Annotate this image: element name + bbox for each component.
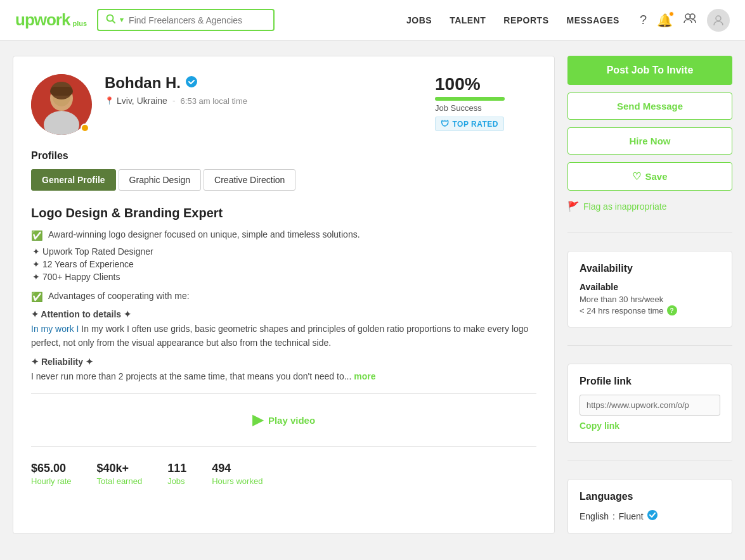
bullet-2: ✦ 12 Years of Experience [31, 259, 536, 269]
bio-title: Logo Design & Branding Expert [31, 206, 536, 220]
profile-header: Bohdan H. 📍 Lviv, Ukraine - 6:53 am loca… [31, 74, 536, 135]
profiles-heading: Profiles [31, 150, 536, 162]
flag-row[interactable]: 🚩 Flag as inappropriate [567, 198, 732, 215]
job-success-fill [435, 97, 505, 101]
bio-item-2: ✅ Advantages of cooperating with me: [31, 291, 536, 303]
stat-hours: 494 Hours worked [212, 462, 262, 486]
search-input[interactable] [129, 15, 266, 25]
profile-link-input[interactable] [580, 395, 720, 416]
bio-more-link[interactable]: more [354, 371, 375, 381]
bio-item-1: ✅ Award-winning logo designer focused on… [31, 229, 536, 241]
language-name: English [580, 511, 609, 521]
save-button[interactable]: ♡ Save [567, 162, 732, 191]
stat-earned-label: Total earned [97, 476, 143, 486]
bullet-3: ✦ 700+ Happy Clients [31, 272, 536, 282]
bio-text-2: Advantages of cooperating with me: [48, 291, 190, 301]
languages-title: Languages [580, 491, 720, 502]
language-verified-icon [647, 510, 658, 522]
search-dropdown-arrow[interactable]: ▾ [120, 16, 124, 24]
profiles-section: Profiles General Profile Graphic Design … [31, 150, 536, 191]
online-indicator [81, 124, 89, 132]
language-level: Fluent [619, 511, 644, 521]
main-card: Bohdan H. 📍 Lviv, Ukraine - 6:53 am loca… [13, 56, 555, 534]
stat-hours-label: Hours worked [212, 476, 262, 486]
bio-paragraph-1-rest: In my work I often use grids, basic geom… [31, 324, 528, 348]
page-container: Bohdan H. 📍 Lviv, Ukraine - 6:53 am loca… [0, 56, 745, 534]
availability-response: < 24 hrs response time ? [580, 305, 720, 315]
check-icon-2: ✅ [31, 291, 43, 303]
availability-title: Availability [580, 263, 720, 274]
stat-total-earned: $40k+ Total earned [97, 462, 143, 486]
subheading-2: ✦ Reliability ✦ [31, 357, 536, 367]
profile-location: 📍 Lviv, Ukraine - 6:53 am local time [105, 96, 422, 106]
language-separator: : [612, 511, 615, 521]
availability-card: Availability Available More than 30 hrs/… [567, 251, 732, 328]
subheading-1: ✦ Attention to details ✦ [31, 309, 536, 319]
top-rated-text: TOP RATED [453, 120, 499, 129]
help-icon[interactable]: ? [667, 305, 677, 315]
name-row: Bohdan H. [105, 74, 422, 92]
tab-graphic-design[interactable]: Graphic Design [119, 169, 202, 191]
hire-now-button[interactable]: Hire Now [567, 127, 732, 155]
profile-info: Bohdan H. 📍 Lviv, Ukraine - 6:53 am loca… [105, 74, 422, 107]
tab-general-profile[interactable]: General Profile [31, 169, 116, 191]
user-avatar[interactable] [707, 9, 730, 32]
stats-row: $65.00 Hourly rate $40k+ Total earned 11… [31, 457, 536, 486]
send-message-button[interactable]: Send Message [567, 92, 732, 120]
verified-icon [186, 76, 197, 91]
stat-jobs-value: 111 [167, 462, 186, 475]
profile-link-card: Profile link Copy link [567, 364, 732, 443]
stat-hours-value: 494 [212, 462, 262, 475]
bio-paragraph-2-text: I never run more than 2 projects at the … [31, 371, 351, 381]
nav-links: JOBS TALENT REPORTS MESSAGES [406, 15, 619, 25]
logo-plus: plus [72, 20, 87, 27]
play-video-row[interactable]: ▶ Play video [31, 404, 536, 436]
flag-label: Flag as inappropriate [583, 201, 667, 212]
nav-jobs[interactable]: JOBS [406, 15, 432, 25]
sidebar: Post Job To Invite Send Message Hire Now… [567, 56, 732, 534]
svg-line-1 [113, 21, 115, 23]
copy-link-button[interactable]: Copy link [580, 421, 619, 431]
tab-creative-direction[interactable]: Creative Direction [204, 169, 295, 191]
divider-2 [31, 446, 536, 447]
profile-link-title: Profile link [580, 376, 720, 387]
svg-point-4 [716, 16, 721, 21]
team-button[interactable] [683, 11, 697, 29]
bullet-list: ✦ Upwork Top Rated Designer ✦ 12 Years o… [31, 246, 536, 282]
svg-point-12 [186, 76, 197, 87]
avatar-wrapper [31, 74, 92, 135]
bio-paragraph-1: In my work I In my work I often use grid… [31, 322, 536, 350]
availability-hours: More than 30 hrs/week [580, 295, 720, 304]
location-text: Lviv, Ukraine [117, 96, 167, 106]
sidebar-divider-3 [567, 461, 732, 461]
response-time-text: < 24 hrs response time [580, 306, 664, 315]
location-icon: 📍 [105, 96, 114, 105]
notifications-button[interactable]: 🔔 [657, 13, 673, 28]
navbar: upwork plus ▾ JOBS TALENT REPORTS MESSAG… [0, 0, 745, 41]
bio-link-1[interactable]: In my work I [31, 324, 79, 334]
top-rated-badge: 🛡 TOP RATED [435, 117, 504, 131]
sidebar-divider-2 [567, 345, 732, 346]
play-icon: ▶ [252, 412, 263, 428]
stat-jobs: 111 Jobs [167, 462, 186, 486]
nav-icons: ? 🔔 [640, 9, 730, 32]
nav-talent[interactable]: TALENT [450, 15, 486, 25]
search-bar[interactable]: ▾ [97, 9, 275, 31]
svg-point-13 [647, 510, 658, 520]
local-time: 6:53 am local time [181, 96, 248, 106]
shield-icon: 🛡 [441, 119, 450, 129]
nav-reports[interactable]: REPORTS [503, 15, 548, 25]
sidebar-divider-1 [567, 232, 732, 233]
post-job-button[interactable]: Post Job To Invite [567, 56, 732, 85]
stat-hourly-label: Hourly rate [31, 476, 72, 486]
svg-rect-11 [50, 87, 73, 96]
languages-card: Languages English : Fluent [567, 479, 732, 534]
nav-messages[interactable]: MESSAGES [567, 15, 619, 25]
stat-jobs-label: Jobs [167, 476, 186, 486]
help-button[interactable]: ? [640, 13, 647, 27]
save-label: Save [645, 171, 667, 182]
divider-1 [31, 393, 536, 394]
stat-hourly-value: $65.00 [31, 462, 72, 475]
play-video-label: Play video [268, 415, 315, 426]
stat-hourly-rate: $65.00 Hourly rate [31, 462, 72, 486]
